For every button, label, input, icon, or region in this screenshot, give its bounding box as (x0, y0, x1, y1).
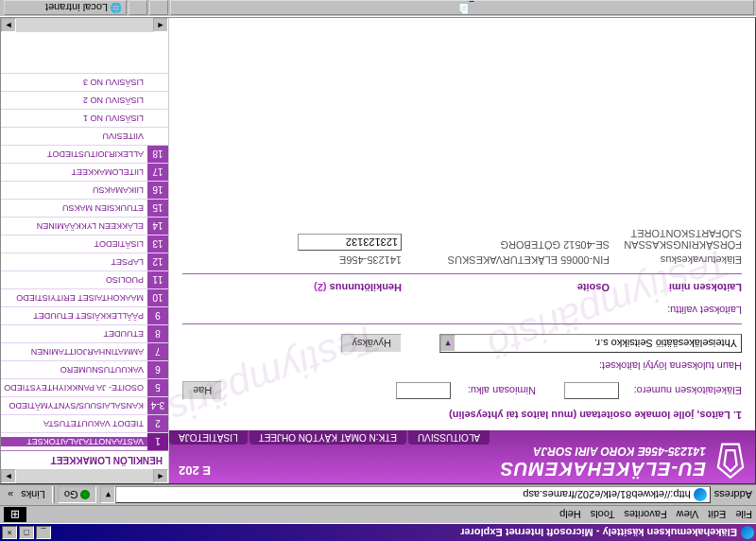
nav-item[interactable]: 14ELÄKKEEN LYKKÄÄMINEN (1, 217, 168, 235)
menu-file[interactable]: File (735, 509, 752, 520)
nav-header: HENKILÖN LOMAKKEET (1, 450, 168, 469)
nav-item-label: AMMATINHARJOITTAMINEN (1, 347, 147, 357)
nav-item[interactable]: 8ETUUDET (1, 324, 168, 342)
menubar: File Edit View Favorites Tools Help (0, 505, 756, 524)
nav-item[interactable]: 15ETUUKSIEN MAKSU (1, 199, 168, 217)
section1-title: 1. Laitos, jolle lomake osoitetaan (muu … (182, 410, 742, 421)
toolbar-separator (52, 487, 55, 504)
window-title: Eläkehakemuksen käsittely - Microsoft In… (53, 527, 737, 538)
hyvaksy-button[interactable]: Hyväksy (341, 334, 402, 353)
nav-item-number (147, 74, 168, 91)
nav-item[interactable]: 2TIEDOT VAKUUTETUSTA (1, 414, 168, 432)
nav-item[interactable]: 12LAPSET (1, 253, 168, 270)
nav-item-label: LIIKAMAKSU (1, 185, 147, 195)
nav-item[interactable]: VIITESIVU (1, 127, 168, 145)
cell-henkilo: 141235-456E (288, 254, 402, 266)
label-nimiosa: Nimiosan alku: (451, 385, 536, 396)
scroll-right-icon[interactable]: ► (1, 18, 16, 32)
nav-item[interactable]: 16LIIKAMAKSU (1, 181, 168, 199)
nav-item[interactable]: 5OSOITE- JA PANKKIYHTEYSTIEDO (1, 378, 168, 396)
form-code: E 202 (179, 463, 211, 478)
statusbar: Done Local intranet (0, 0, 756, 17)
nav-item-number: 15 (147, 200, 168, 217)
nav-list: 1VASTAANOTTAJALAITOKSET2TIEDOT VAKUUTETU… (1, 32, 168, 450)
input-nimiosa[interactable] (396, 382, 451, 399)
nav-item-label: ETUUKSIEN MAKSU (1, 203, 147, 213)
links-expand[interactable]: » (4, 490, 17, 501)
nav-item[interactable]: 1VASTAANOTTAJALAITOKSET (1, 432, 168, 450)
minimize-button[interactable]: _ (36, 526, 51, 539)
cell-nimi: FÖRSÄKRINGSKASSAN SJÖFARTSKONTORET (610, 228, 742, 251)
cell-osoite: FIN-00065 ELÄKETURVAKESKUS (402, 254, 610, 266)
scroll-track[interactable] (16, 18, 153, 32)
nav-item-number: 5 (147, 379, 168, 396)
nav-item-label: VIITESIVU (1, 131, 147, 141)
divider (182, 323, 742, 324)
nav-item[interactable]: 3-4KANSALAISUUS/SYNTYMÄTIEDO (1, 396, 168, 414)
scroll-left-icon[interactable]: ◄ (153, 18, 168, 32)
go-button[interactable]: Go (58, 487, 97, 504)
address-dropdown[interactable]: ▼ (101, 487, 116, 504)
nav-item-number (147, 110, 168, 127)
nav-item-number: 1 (147, 433, 168, 450)
menu-help[interactable]: Help (559, 509, 581, 520)
laitos-select[interactable]: Yhteiseläkesäätiö Seitsikko s.r. ▼ (439, 334, 742, 353)
nav-item-label: ETUUDET (1, 329, 147, 339)
scroll-track[interactable] (16, 469, 153, 483)
nav-item-label: LISÄSIVU NO 1 (1, 113, 147, 123)
nav-item[interactable]: 18ALLEKIRJOITUSTIEDOT (1, 145, 168, 163)
nav-item-number (147, 128, 168, 145)
nav-item[interactable]: LISÄSIVU NO 3 (1, 73, 168, 91)
nav-item[interactable]: LISÄSIVU NO 1 (1, 109, 168, 127)
nav-item-number: 17 (147, 164, 168, 181)
nav-item-number: 3-4 (147, 397, 168, 414)
input-numero[interactable] (564, 382, 619, 399)
table-header: Laitoksen nimi Osoite Henkilötunnus (2) (182, 282, 742, 293)
tab-ohjeet[interactable]: ETK:N OMAT KÄYTÖN OHJEET (249, 430, 406, 445)
cell-nimi: Eläketurvakeskus (610, 254, 742, 266)
address-input[interactable]: http://etkweb81/etk/e202/frames.asp (116, 487, 711, 504)
throbber-icon (4, 507, 26, 522)
menu-edit[interactable]: Edit (708, 509, 726, 520)
app-subtitle: 141235-456E KORO AIRI SORJA (211, 445, 706, 458)
nav-item-number: 16 (147, 182, 168, 199)
input-henkilotunnus[interactable] (298, 234, 402, 251)
pair-link[interactable]: (2) (314, 282, 326, 293)
nav-item[interactable]: 13LISÄTIEDOT (1, 235, 168, 253)
nav-item[interactable]: 7AMMATINHARJOITTAMINEN (1, 342, 168, 360)
nav-item-number: 6 (147, 361, 168, 378)
hae-button[interactable]: Hae (182, 381, 222, 400)
address-url: http://etkweb81/etk/e202/frames.asp (523, 490, 690, 501)
nav-item-number: 2 (147, 415, 168, 432)
menu-favorites[interactable]: Favorites (624, 509, 666, 520)
close-button[interactable]: × (2, 526, 17, 539)
nav-item[interactable]: 10MAAKOHTAISET ERITYISTIEDO (1, 288, 168, 306)
main-pane: EU-ELÄKEHAKEMUS 141235-456E KORO AIRI SO… (169, 18, 755, 483)
nav-item[interactable]: 11PUOLISO (1, 270, 168, 288)
nav-item[interactable]: 17LIITELOMAKKEET (1, 163, 168, 181)
maximize-button[interactable]: □ (19, 526, 34, 539)
status-zone: Local intranet (4, 1, 127, 16)
addressbar: Address http://etkweb81/etk/e202/frames.… (0, 484, 756, 505)
header-tabs: ALOITUSSIVU ETK:N OMAT KÄYTÖN OHJEET LIS… (169, 430, 491, 445)
menu-view[interactable]: View (677, 509, 699, 520)
nav-item[interactable]: LISÄSIVU NO 2 (1, 91, 168, 109)
nav-item-label: VAKUUTUSNUMERO (1, 365, 147, 375)
tab-aloitussivu[interactable]: ALOITUSSIVU (408, 430, 490, 445)
nav-item-label: LISÄTIEDOT (1, 239, 147, 249)
label-haun: Haun tuloksena löytyi laitokset: (182, 360, 742, 372)
chevron-down-icon[interactable]: ▼ (440, 335, 455, 352)
menu-tools[interactable]: Tools (591, 509, 615, 520)
nav-item-number: 8 (147, 325, 168, 342)
nav-item-number (147, 92, 168, 109)
cell-osoite: SE-40512 GÖTEBORG (402, 228, 610, 251)
nav-item[interactable]: 6VAKUUTUSNUMERO (1, 360, 168, 378)
divider (182, 273, 742, 274)
scroll-left-icon[interactable]: ◄ (153, 469, 168, 483)
links-label[interactable]: Links (17, 490, 49, 501)
nav-item[interactable]: 9PÄÄLLEKKÄISET ETUUDET (1, 306, 168, 324)
tab-lisatietoja[interactable]: LISÄTIETOJA (169, 430, 248, 445)
scroll-right-icon[interactable]: ► (1, 469, 16, 483)
nav-item-label: LISÄSIVU NO 2 (1, 96, 147, 105)
nav-item-label: PUOLISO (1, 275, 147, 285)
